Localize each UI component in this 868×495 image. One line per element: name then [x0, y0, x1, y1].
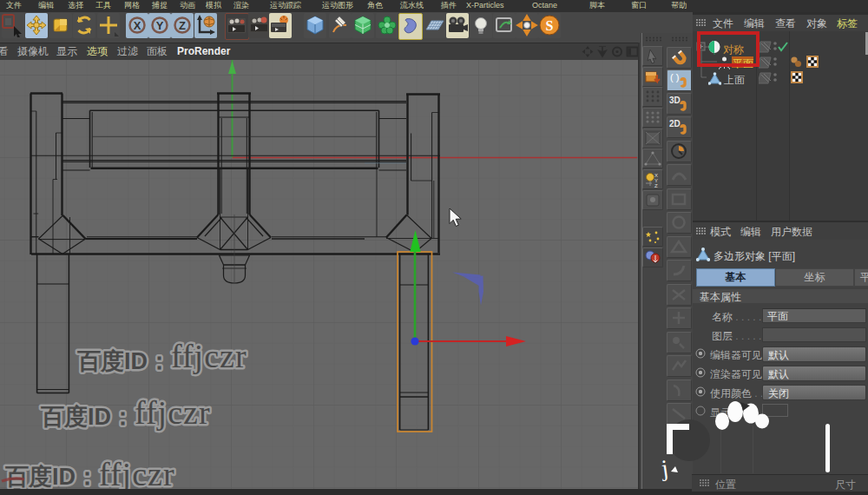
svg-text:j: j — [659, 455, 670, 482]
svg-text:ffjczr: ffjczr — [99, 456, 175, 489]
svg-text:百度ID：: 百度ID： — [41, 404, 135, 430]
svg-text:( ): ( ) — [670, 72, 679, 82]
svg-text:百度ID：: 百度ID： — [77, 348, 171, 374]
svg-text:ffjczr: ffjczr — [135, 394, 211, 431]
svg-text:百度ID：: 百度ID： — [5, 464, 99, 489]
svg-text:X: X — [134, 19, 141, 32]
svg-text:S: S — [546, 18, 554, 33]
svg-text:Y: Y — [156, 19, 164, 32]
svg-text:ffjczr: ffjczr — [171, 338, 247, 374]
svg-text:Z: Z — [654, 183, 658, 188]
svg-text:3D: 3D — [669, 96, 681, 105]
svg-text:Z: Z — [179, 19, 186, 32]
svg-text:2D: 2D — [669, 119, 681, 129]
